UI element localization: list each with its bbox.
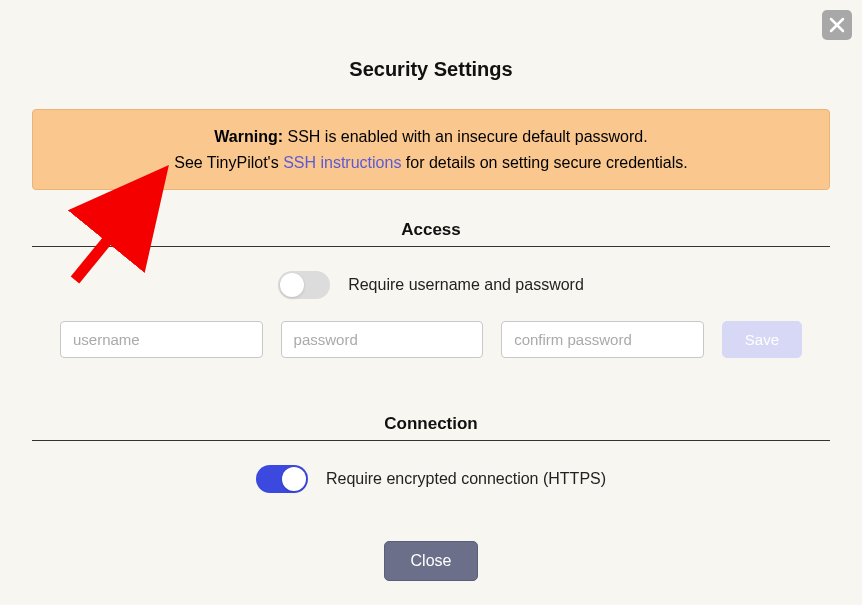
warning-text-2b: for details on setting secure credential… — [401, 154, 687, 171]
access-header: Access — [32, 220, 830, 240]
confirm-password-field[interactable] — [501, 321, 704, 358]
password-field[interactable] — [281, 321, 484, 358]
warning-text-1: SSH is enabled with an insecure default … — [283, 128, 648, 145]
username-field[interactable] — [60, 321, 263, 358]
require-auth-toggle[interactable] — [278, 271, 330, 299]
connection-header: Connection — [32, 414, 830, 434]
ssh-instructions-link[interactable]: SSH instructions — [283, 154, 401, 171]
page-title: Security Settings — [10, 58, 852, 81]
connection-section: Connection Require encrypted connection … — [32, 414, 830, 493]
warning-label: Warning: — [214, 128, 283, 145]
warning-text-2a: See TinyPilot's — [174, 154, 283, 171]
close-button[interactable]: Close — [384, 541, 479, 581]
ssh-warning-banner: Warning: SSH is enabled with an insecure… — [32, 109, 830, 190]
save-button[interactable]: Save — [722, 321, 802, 358]
divider — [32, 440, 830, 441]
require-auth-label: Require username and password — [348, 276, 584, 294]
divider — [32, 246, 830, 247]
access-section: Access Require username and password Sav… — [32, 220, 830, 358]
close-icon[interactable] — [822, 10, 852, 40]
require-https-toggle[interactable] — [256, 465, 308, 493]
require-https-label: Require encrypted connection (HTTPS) — [326, 470, 606, 488]
